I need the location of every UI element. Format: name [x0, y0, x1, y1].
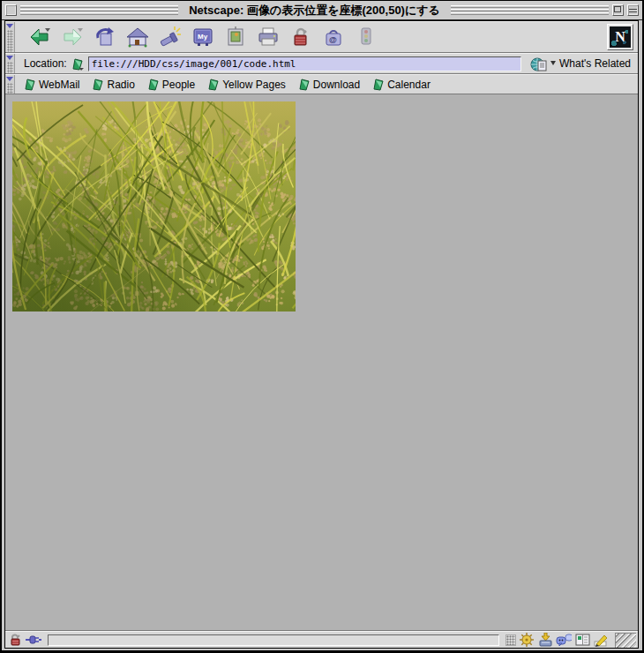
location-input[interactable] [88, 56, 521, 71]
my-netscape-button[interactable]: My [191, 25, 215, 49]
resize-grip[interactable] [615, 633, 636, 648]
nav-buttons: My [15, 25, 607, 49]
unlock-icon [9, 634, 22, 646]
security-button[interactable] [288, 25, 313, 49]
personal-toolbar-item-yellow-pages[interactable]: Yellow Pages [207, 78, 286, 91]
bookmark-icon[interactable] [71, 56, 85, 71]
personal-toolbar-item-download[interactable]: Download [298, 78, 360, 91]
back-button[interactable] [27, 25, 52, 49]
bookmark-icon [372, 78, 385, 91]
bookmark-icon [147, 78, 160, 91]
navigator-button[interactable] [519, 634, 535, 647]
search-button[interactable] [158, 25, 183, 49]
window-title: Netscape: 画像の表示位置を座標(200,50)にする [182, 2, 447, 19]
zoom-box[interactable] [612, 4, 624, 16]
address-book-icon [575, 634, 590, 646]
close-box[interactable] [5, 4, 17, 16]
status-message-field [48, 634, 499, 646]
navigator-wheel-icon [520, 633, 535, 647]
svg-text:@: @ [329, 35, 337, 44]
search-icon [159, 26, 182, 49]
home-button[interactable] [125, 25, 150, 49]
personal-toolbar-item-webmail[interactable]: WebMail [24, 78, 79, 91]
whats-related-label: What's Related [559, 57, 631, 70]
bookmark-icon [298, 78, 311, 91]
personal-toolbar-item-label: Radio [107, 79, 134, 91]
personal-toolbar-item-label: Download [313, 79, 360, 91]
security-icon [289, 26, 312, 49]
personal-toolbar-item-radio[interactable]: Radio [92, 78, 134, 91]
titlebar-stripes [20, 5, 178, 16]
status-bar [5, 631, 638, 648]
content-area [5, 94, 638, 631]
images-button[interactable] [223, 25, 248, 49]
reload-icon [94, 26, 116, 49]
reload-button[interactable] [93, 25, 117, 49]
titlebar-stripes [451, 5, 609, 16]
personal-toolbar-collapse-tab[interactable] [5, 75, 15, 94]
instant-messenger-icon [556, 634, 572, 647]
location-bar: Location: What's Related [5, 53, 638, 74]
netscape-window: Netscape: 画像の表示位置を座標(200,50)にする [0, 0, 644, 653]
composer-pen-icon [593, 634, 609, 647]
personal-toolbar: WebMail Radio People Yellow Pages Downlo… [5, 74, 638, 94]
location-label: Location: [24, 57, 67, 70]
mail-inbox-icon [538, 633, 553, 647]
navigation-toolbar: My [5, 21, 638, 53]
home-icon [126, 26, 149, 49]
personal-toolbar-items: WebMail Radio People Yellow Pages Downlo… [15, 78, 431, 91]
instant-messenger-button[interactable] [556, 634, 572, 647]
stop-icon [355, 26, 378, 49]
rice-field-image [12, 101, 296, 311]
netscape-logo-button[interactable]: N [607, 24, 633, 50]
back-icon [28, 26, 51, 49]
print-button[interactable] [256, 25, 281, 49]
personal-toolbar-item-label: Yellow Pages [222, 79, 286, 91]
personal-toolbar-item-calendar[interactable]: Calendar [372, 78, 431, 91]
shop-icon: @ [322, 26, 345, 49]
bookmark-icon [24, 78, 36, 91]
composer-button[interactable] [593, 634, 609, 647]
nav-toolbar-collapse-tab[interactable] [5, 22, 15, 52]
personal-toolbar-item-label: WebMail [39, 79, 79, 91]
collapse-box[interactable] [627, 4, 639, 16]
mail-button[interactable] [537, 634, 553, 647]
svg-text:My: My [198, 33, 208, 41]
window-frame: My [2, 20, 642, 650]
online-status-button[interactable] [26, 634, 41, 647]
whats-related-button[interactable]: What's Related [530, 56, 631, 71]
personal-toolbar-item-label: Calendar [387, 79, 431, 91]
whats-related-globe-icon [530, 56, 548, 71]
location-bar-collapse-tab[interactable] [5, 54, 15, 73]
browser-chrome: My [4, 20, 639, 649]
bookmark-icon [207, 78, 220, 91]
netscape-logo-icon: N [610, 26, 631, 48]
online-plug-icon [26, 634, 41, 646]
security-status-button[interactable] [7, 634, 23, 647]
print-icon [257, 26, 280, 49]
titlebar[interactable]: Netscape: 画像の表示位置を座標(200,50)にする [2, 1, 642, 20]
forward-button[interactable] [60, 25, 85, 49]
shop-button[interactable]: @ [321, 25, 346, 49]
component-bar-handle[interactable] [505, 634, 516, 646]
stop-button[interactable] [354, 25, 378, 49]
address-book-button[interactable] [574, 634, 590, 647]
personal-toolbar-item-label: People [162, 79, 195, 91]
images-icon [224, 26, 247, 49]
bookmark-icon [92, 78, 104, 91]
my-netscape-icon: My [191, 26, 214, 49]
forward-icon [61, 26, 84, 49]
dropdown-triangle-icon [550, 61, 557, 66]
personal-toolbar-item-people[interactable]: People [147, 78, 195, 91]
